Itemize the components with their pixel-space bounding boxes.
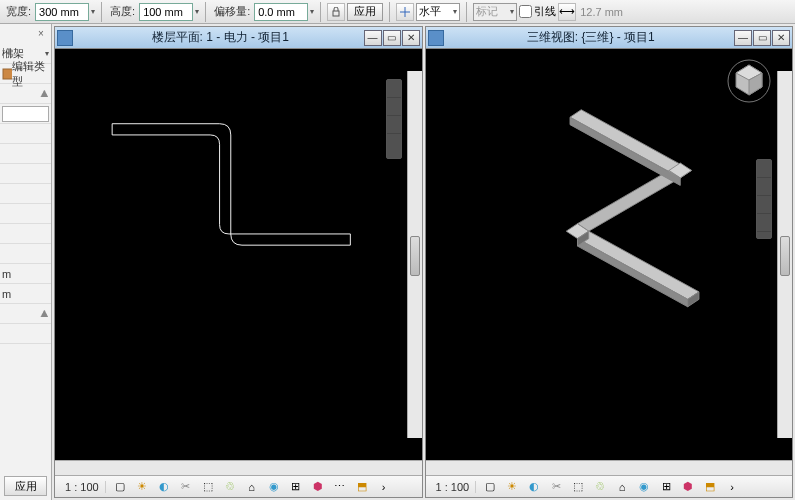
floor-plan-view: 楼层平面: 1 - 电力 - 项目1 — ▭ ✕ <box>54 26 423 498</box>
prop-row <box>0 144 51 164</box>
steering-wheel[interactable] <box>386 79 402 159</box>
align-value: 水平 <box>419 4 441 19</box>
edit-icon <box>2 68 12 80</box>
height-label: 高度: <box>108 4 137 19</box>
status-icon[interactable]: ⬚ <box>570 479 586 495</box>
minimize-button[interactable]: — <box>734 30 752 46</box>
status-icon[interactable]: ⊞ <box>288 479 304 495</box>
offset-label: 偏移量: <box>212 4 252 19</box>
svg-marker-7 <box>577 170 680 231</box>
scrollbar-vertical[interactable] <box>407 71 422 438</box>
status-icon[interactable]: ♲ <box>592 479 608 495</box>
status-icon[interactable]: ⋯ <box>332 479 348 495</box>
svg-rect-3 <box>3 69 12 79</box>
status-icon[interactable]: ⬢ <box>680 479 696 495</box>
status-icon[interactable]: ⬚ <box>200 479 216 495</box>
align-icon[interactable] <box>396 3 414 21</box>
shadows-icon[interactable]: ◐ <box>156 479 172 495</box>
nav-icon[interactable] <box>757 214 771 232</box>
properties-panel: × 梻架▾ 编辑类型 ⯅ m m ⯅ 应用 <box>0 24 52 500</box>
offset-dropdown-icon[interactable]: ▾ <box>310 7 314 16</box>
leader-value: 12.7 mm <box>578 6 625 18</box>
plan-canvas[interactable] <box>55 49 422 460</box>
status-icon[interactable]: ◉ <box>636 479 652 495</box>
svg-marker-11 <box>570 117 680 185</box>
crop-icon[interactable]: ✂ <box>178 479 194 495</box>
scrollbar-horizontal[interactable] <box>426 460 793 475</box>
3d-canvas[interactable] <box>426 49 793 460</box>
status-icon[interactable]: ▢ <box>482 479 498 495</box>
maximize-button[interactable]: ▭ <box>753 30 771 46</box>
scale-label[interactable]: 1 : 100 <box>430 481 477 493</box>
status-icon[interactable]: ♲ <box>222 479 238 495</box>
leader-checkbox[interactable] <box>519 5 532 18</box>
separator <box>466 2 467 22</box>
status-icon[interactable]: ◉ <box>266 479 282 495</box>
prop-row <box>0 224 51 244</box>
close-button[interactable]: ✕ <box>772 30 790 46</box>
view-statusbar: 1 : 100 ▢ ☀ ◐ ✂ ⬚ ♲ ⌂ ◉ ⊞ ⬢ ⋯ ⬒ › <box>55 475 422 497</box>
prop-row: ⯅ <box>0 304 51 324</box>
status-icon[interactable]: ⬒ <box>354 479 370 495</box>
width-label: 宽度: <box>4 4 33 19</box>
apply-button[interactable]: 应用 <box>347 3 383 21</box>
status-icon[interactable]: ✂ <box>548 479 564 495</box>
leader-checkbox-wrap: 引线 <box>519 4 556 19</box>
mark-dropdown[interactable]: 标记▾ <box>473 3 517 21</box>
steering-wheel[interactable] <box>756 159 772 239</box>
offset-input[interactable] <box>254 3 308 21</box>
svg-marker-12 <box>577 239 687 307</box>
nav-icon[interactable] <box>387 80 401 98</box>
nav-icon[interactable] <box>757 196 771 214</box>
leader-dim-icon[interactable]: ⟷ <box>558 3 576 21</box>
separator <box>320 2 321 22</box>
view-title: 三维视图: {三维} - 项目1 <box>448 29 735 46</box>
status-icon[interactable]: ⬒ <box>702 479 718 495</box>
prop-row: m <box>0 264 51 284</box>
edit-type-row[interactable]: 编辑类型 <box>0 64 51 84</box>
shadows-icon[interactable]: ◐ <box>526 479 542 495</box>
minimize-button[interactable]: — <box>364 30 382 46</box>
view-type-icon <box>57 30 73 46</box>
width-dropdown-icon[interactable]: ▾ <box>91 7 95 16</box>
prop-input-row <box>0 104 51 124</box>
nav-icon[interactable] <box>387 116 401 134</box>
3d-view: 三维视图: {三维} - 项目1 — ▭ ✕ <box>425 26 794 498</box>
scrollbar-vertical[interactable] <box>777 71 792 438</box>
view-statusbar: 1 : 100 ▢ ☀ ◐ ✂ ⬚ ♲ ⌂ ◉ ⊞ ⬢ ⬒ › <box>426 475 793 497</box>
status-icon[interactable]: ▢ <box>112 479 128 495</box>
status-icon[interactable]: ⌂ <box>614 479 630 495</box>
scale-label[interactable]: 1 : 100 <box>59 481 106 493</box>
status-icon[interactable]: ⌂ <box>244 479 260 495</box>
chevron-right-icon[interactable]: › <box>724 479 740 495</box>
prop-input[interactable] <box>2 106 49 122</box>
height-dropdown-icon[interactable]: ▾ <box>195 7 199 16</box>
svg-rect-0 <box>333 11 339 16</box>
status-icon[interactable]: ⊞ <box>658 479 674 495</box>
nav-icon[interactable] <box>757 160 771 178</box>
status-icon[interactable]: ⬢ <box>310 479 326 495</box>
prop-row <box>0 324 51 344</box>
nav-icon[interactable] <box>757 178 771 196</box>
edit-type-label: 编辑类型 <box>12 59 49 89</box>
height-input[interactable] <box>139 3 193 21</box>
view-title: 楼层平面: 1 - 电力 - 项目1 <box>77 29 364 46</box>
3d-drawing <box>426 49 793 460</box>
prop-row: m <box>0 284 51 304</box>
chevron-right-icon[interactable]: › <box>376 479 392 495</box>
separator <box>389 2 390 22</box>
nav-icon[interactable] <box>387 98 401 116</box>
close-icon[interactable]: × <box>34 28 48 42</box>
align-dropdown[interactable]: 水平▾ <box>416 3 460 21</box>
maximize-button[interactable]: ▭ <box>383 30 401 46</box>
lock-icon[interactable] <box>327 3 345 21</box>
sun-icon[interactable]: ☀ <box>134 479 150 495</box>
sun-icon[interactable]: ☀ <box>504 479 520 495</box>
panel-apply-button[interactable]: 应用 <box>4 476 47 496</box>
views-area: 楼层平面: 1 - 电力 - 项目1 — ▭ ✕ <box>52 24 795 500</box>
prop-row <box>0 244 51 264</box>
scrollbar-horizontal[interactable] <box>55 460 422 475</box>
close-button[interactable]: ✕ <box>402 30 420 46</box>
viewcube[interactable] <box>726 57 772 103</box>
width-input[interactable] <box>35 3 89 21</box>
